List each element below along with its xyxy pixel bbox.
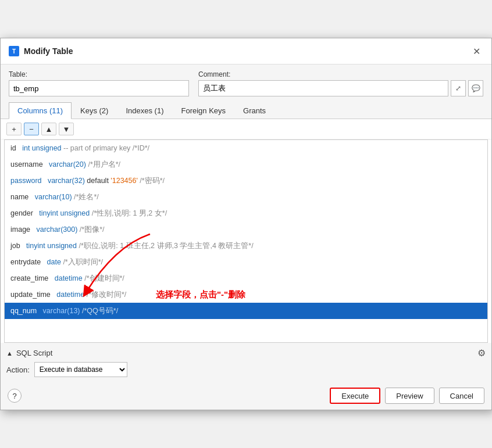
- tabs-bar: Columns (11) Keys (2) Indexes (1) Foreig…: [1, 99, 491, 119]
- preview-button[interactable]: Preview: [385, 388, 434, 404]
- table-row[interactable]: password varchar(32) default '123456' /*…: [5, 173, 487, 189]
- table-row[interactable]: create_time datetime /*创建时间*/: [5, 270, 487, 286]
- table-row[interactable]: qq_num varchar(13) /*QQ号码*/: [5, 303, 487, 319]
- close-button[interactable]: ✕: [469, 44, 483, 58]
- cancel-button[interactable]: Cancel: [439, 388, 484, 404]
- action-select[interactable]: Execute in database Save to file Copy to…: [34, 362, 127, 377]
- tab-keys[interactable]: Keys (2): [72, 102, 117, 119]
- tab-columns[interactable]: Columns (11): [9, 102, 72, 119]
- dialog-title: Modify Table: [24, 46, 73, 56]
- columns-toolbar: + − ▲ ▼: [1, 119, 491, 139]
- action-row: Action: Execute in database Save to file…: [6, 362, 486, 377]
- table-row[interactable]: username varchar(20) /*用户名*/: [5, 156, 487, 173]
- table-row[interactable]: gender tinyint unsigned /*性别,说明: 1 男,2 女…: [5, 205, 487, 221]
- sql-section: ▲ SQL Script ⚙ Action: Execute in databa…: [1, 343, 491, 383]
- comment-input-row: ⤢ 💬: [198, 80, 483, 96]
- comment-input[interactable]: [198, 80, 448, 96]
- tab-foreign-keys[interactable]: Foreign Keys: [172, 102, 234, 119]
- gear-icon[interactable]: ⚙: [477, 347, 486, 359]
- help-button[interactable]: ?: [8, 389, 22, 403]
- table-row[interactable]: image varchar(300) /*图像*/: [5, 221, 487, 238]
- table-row[interactable]: id int unsigned -- part of primary key /…: [5, 140, 487, 156]
- sql-header: ▲ SQL Script ⚙: [6, 347, 486, 359]
- title-bar-left: T Modify Table: [9, 46, 73, 56]
- tab-grants[interactable]: Grants: [234, 102, 274, 119]
- table-field-group: Table:: [9, 70, 189, 96]
- sql-title-row: ▲ SQL Script: [6, 349, 52, 357]
- footer-buttons: ? Execute Preview Cancel: [1, 383, 491, 410]
- execute-button[interactable]: Execute: [330, 388, 380, 404]
- comment-label: Comment:: [198, 70, 483, 78]
- move-up-button[interactable]: ▲: [41, 123, 56, 135]
- table-row[interactable]: update_time datetime /*修改时间*/ 选择字段，点击"-"…: [5, 286, 487, 303]
- footer-left: ?: [8, 389, 22, 403]
- form-section: Table: Comment: ⤢ 💬: [1, 64, 491, 99]
- title-bar: T Modify Table ✕: [1, 38, 491, 64]
- action-label: Action:: [6, 365, 30, 374]
- table-label: Table:: [9, 70, 189, 78]
- tab-indexes[interactable]: Indexes (1): [117, 102, 172, 119]
- annotation-text: 选择字段，点击"-"删除: [156, 288, 245, 302]
- move-down-button[interactable]: ▼: [59, 123, 74, 135]
- add-column-button[interactable]: +: [6, 123, 22, 135]
- sql-title-label: SQL Script: [16, 349, 52, 357]
- expand-icon-button[interactable]: ⤢: [451, 80, 466, 96]
- table-row[interactable]: name varchar(10) /*姓名*/: [5, 189, 487, 205]
- columns-panel: + − ▲ ▼ id int unsigned -- part of prima…: [1, 119, 491, 343]
- chat-icon-button[interactable]: 💬: [468, 80, 483, 96]
- table-row[interactable]: entrydate date /*入职时间*/: [5, 254, 487, 270]
- remove-column-button[interactable]: −: [24, 123, 39, 135]
- columns-list: id int unsigned -- part of primary key /…: [4, 139, 488, 343]
- table-row[interactable]: job tinyint unsigned /*职位,说明: 1 班主任,2 讲师…: [5, 238, 487, 254]
- sql-toggle-button[interactable]: ▲: [6, 350, 13, 357]
- modify-table-dialog: T Modify Table ✕ Table: Comment: ⤢ 💬 Col…: [0, 38, 492, 410]
- table-input[interactable]: [9, 80, 189, 96]
- comment-field-group: Comment: ⤢ 💬: [198, 70, 483, 96]
- table-icon: T: [9, 46, 19, 56]
